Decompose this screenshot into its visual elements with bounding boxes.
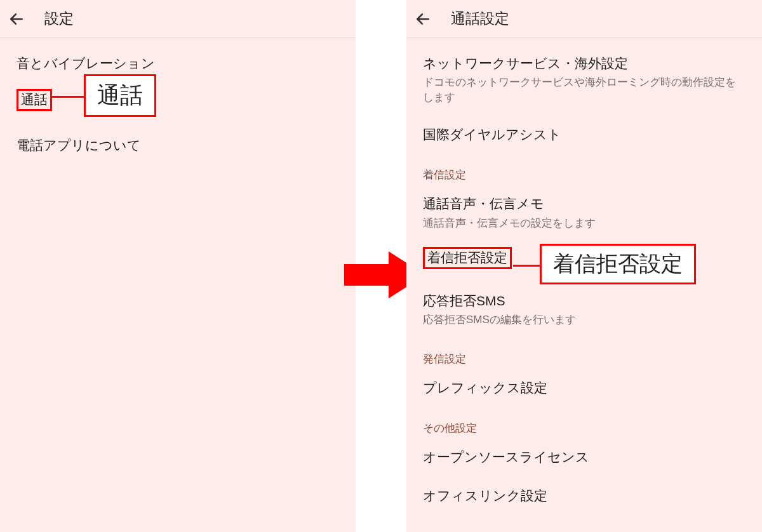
item-label: 着信拒否設定: [427, 250, 507, 265]
callout-connector: [513, 265, 541, 267]
page-title: 通話設定: [451, 9, 509, 29]
left-screen: 設定 音とバイブレーション 通話 電話アプリについて 通話: [0, 0, 356, 532]
section-header: その他設定: [406, 407, 762, 438]
callout-text: 着信拒否設定: [553, 251, 683, 276]
item-label: 電話アプリについて: [17, 136, 339, 154]
item-label: 国際ダイヤルアシスト: [423, 126, 745, 143]
list-item[interactable]: 電話アプリについて: [0, 126, 356, 164]
right-screen: 通話設定 ネットワークサービス・海外設定 ドコモのネットワークサービスや海外ロー…: [406, 0, 762, 532]
item-label: プレフィックス設定: [423, 379, 745, 397]
back-icon[interactable]: [414, 10, 432, 28]
back-icon[interactable]: [8, 10, 25, 28]
item-sub: 通話音声・伝言メモの設定をします: [423, 216, 745, 231]
item-label: 応答拒否SMS: [423, 292, 745, 310]
item-sub: ドコモのネットワークサービスや海外ローミング時の動作設定をします: [423, 75, 745, 105]
settings-list: 音とバイブレーション 通話 電話アプリについて: [0, 38, 356, 164]
appbar: 通話設定: [406, 0, 762, 38]
list-item[interactable]: 国際ダイヤルアシスト: [406, 116, 762, 154]
list-item[interactable]: 応答拒否SMS 応答拒否SMSの編集を行います: [406, 282, 762, 338]
list-item[interactable]: 通話音声・伝言メモ 通話音声・伝言メモの設定をします: [406, 185, 762, 241]
list-item[interactable]: オフィスリンク設定: [406, 477, 762, 515]
item-label: 通話音声・伝言メモ: [423, 195, 745, 213]
section-header: 着信設定: [406, 154, 762, 185]
list-item[interactable]: オープンソースライセンス: [406, 438, 762, 476]
item-label: オフィスリンク設定: [423, 487, 745, 505]
list-item[interactable]: 音とバイブレーション: [0, 44, 356, 83]
item-label: ネットワークサービス・海外設定: [423, 55, 745, 72]
section-header: 発信設定: [406, 338, 762, 369]
item-sub: 応答拒否SMSの編集を行います: [423, 312, 745, 328]
list-item[interactable]: ネットワークサービス・海外設定 ドコモのネットワークサービスや海外ローミング時の…: [406, 44, 762, 116]
highlight-box: 着信拒否設定: [423, 247, 512, 269]
callout-connector: [51, 96, 86, 98]
callout-box: 着信拒否設定: [540, 244, 696, 284]
page-title: 設定: [44, 9, 74, 29]
appbar: 設定: [0, 0, 356, 38]
list-item[interactable]: プレフィックス設定: [406, 369, 762, 407]
item-label: 音とバイブレーション: [17, 55, 339, 72]
item-label: オープンソースライセンス: [423, 448, 745, 466]
item-label: 通話: [21, 92, 48, 107]
callout-text: 通話: [97, 82, 143, 108]
callout-box: 通話: [84, 74, 156, 117]
list-item-call[interactable]: 通話: [0, 83, 356, 126]
highlight-box: 通話: [17, 89, 52, 110]
